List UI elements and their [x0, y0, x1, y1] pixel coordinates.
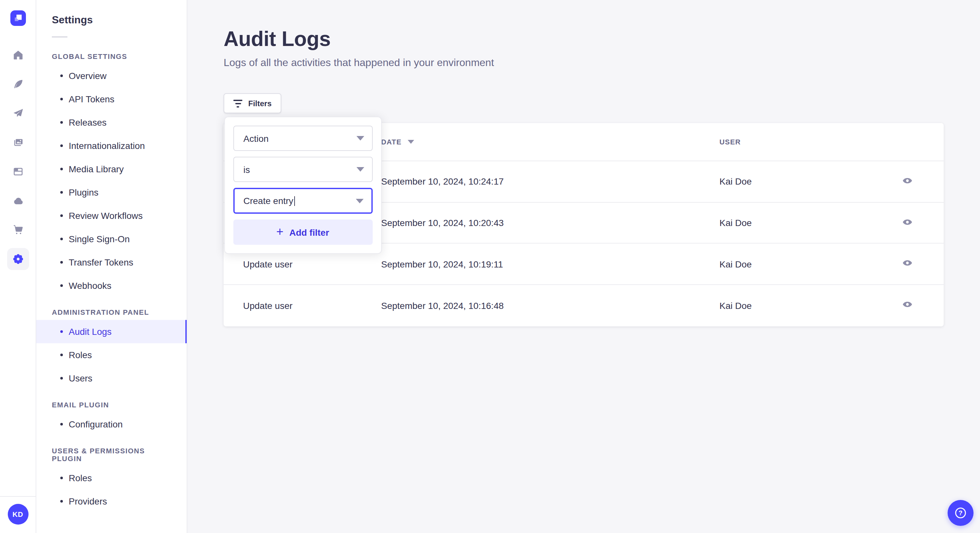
filter-icon: [233, 99, 242, 107]
filters-button[interactable]: Filters: [224, 93, 281, 113]
sidebar-item-internationalization[interactable]: Internationalization: [36, 134, 187, 157]
strapi-logo-icon: [10, 10, 25, 26]
filter-value-select[interactable]: Create entry: [233, 188, 372, 214]
sidebar-item-providers[interactable]: Providers: [36, 490, 187, 513]
filter-operator-value: is: [243, 164, 356, 174]
sidebar-item-label: API Tokens: [69, 94, 115, 104]
svg-text:?: ?: [959, 509, 963, 517]
add-filter-button[interactable]: + Add filter: [233, 219, 372, 245]
nav-section-label: EMAIL PLUGIN: [36, 401, 187, 409]
cell-date: September 10, 2024, 10:24:17: [381, 176, 719, 187]
sidebar-item-roles[interactable]: Roles: [36, 466, 187, 490]
sidebar-item-roles[interactable]: Roles: [36, 343, 187, 366]
filters-button-label: Filters: [248, 99, 272, 108]
bullet-icon: [60, 377, 63, 379]
nav-section: ADMINISTRATION PANELAudit LogsRolesUsers: [36, 308, 187, 390]
cell-details: [896, 257, 919, 271]
sidebar-item-label: Single Sign-On: [69, 234, 130, 244]
sidebar-item-label: Overview: [69, 71, 107, 81]
cart-icon[interactable]: [7, 219, 29, 241]
sidebar-item-label: Configuration: [69, 419, 123, 429]
layout-icon[interactable]: [7, 160, 29, 182]
bullet-icon: [60, 330, 63, 333]
strapi-admin: KD Settings GLOBAL SETTINGSOverviewAPI T…: [0, 0, 980, 533]
user-avatar[interactable]: KD: [8, 504, 28, 525]
sidebar-item-label: Audit Logs: [69, 327, 111, 337]
bullet-icon: [60, 261, 63, 263]
paper-plane-icon[interactable]: [7, 102, 29, 124]
sidebar-item-transfer-tokens[interactable]: Transfer Tokens: [36, 251, 187, 274]
help-button[interactable]: ?: [948, 500, 974, 526]
filter-popover: Action is Create entry + Add filter: [224, 117, 382, 254]
feather-icon[interactable]: [7, 73, 29, 95]
sidebar-item-media-library[interactable]: Media Library: [36, 157, 187, 181]
cell-user: Kai Doe: [719, 176, 896, 187]
page-subtitle: Logs of all the activities that happened…: [224, 57, 494, 69]
sidebar-item-api-tokens[interactable]: API Tokens: [36, 87, 187, 111]
sidebar-item-configuration[interactable]: Configuration: [36, 412, 187, 436]
question-mark-icon: ?: [953, 506, 968, 520]
bullet-icon: [60, 284, 63, 287]
main-nav-rail: KD: [0, 0, 36, 533]
bullet-icon: [60, 214, 63, 217]
filter-field-select[interactable]: Action: [233, 125, 372, 151]
media-library-icon[interactable]: [7, 132, 29, 154]
strapi-logo[interactable]: [10, 10, 25, 26]
cell-user: Kai Doe: [719, 259, 896, 269]
cell-user: Kai Doe: [719, 300, 896, 311]
sidebar-item-label: Internationalization: [69, 141, 145, 151]
page-header: Audit Logs Logs of all the activities th…: [224, 27, 494, 69]
sidebar-item-plugins[interactable]: Plugins: [36, 181, 187, 204]
cell-details: [896, 298, 919, 313]
home-icon[interactable]: [7, 44, 29, 66]
add-filter-label: Add filter: [290, 227, 329, 237]
settings-subnav: Settings GLOBAL SETTINGSOverviewAPI Toke…: [36, 0, 187, 533]
nav-section: GLOBAL SETTINGSOverviewAPI TokensRelease…: [36, 52, 187, 297]
sidebar-item-single-sign-on[interactable]: Single Sign-On: [36, 227, 187, 251]
nav-section-label: ADMINISTRATION PANEL: [36, 308, 187, 316]
eye-icon: [902, 258, 913, 270]
bullet-icon: [60, 500, 63, 503]
sidebar-item-label: Users: [69, 373, 92, 383]
subnav-header: Settings: [36, 0, 187, 38]
eye-icon: [902, 217, 913, 229]
nav-section-label: GLOBAL SETTINGS: [36, 52, 187, 60]
sidebar-item-label: Review Workflows: [69, 211, 143, 221]
sort-desc-icon: [407, 140, 414, 144]
view-details-button[interactable]: [901, 298, 914, 313]
sidebar-item-label: Transfer Tokens: [69, 257, 133, 268]
cell-action: Update user: [243, 300, 381, 311]
page-title: Audit Logs: [224, 27, 494, 51]
chevron-down-icon: [356, 167, 364, 171]
cloud-icon[interactable]: [7, 190, 29, 212]
filter-operator-select[interactable]: is: [233, 157, 372, 182]
bullet-icon: [60, 354, 63, 356]
bullet-icon: [60, 144, 63, 147]
view-details-button[interactable]: [901, 215, 914, 230]
subnav-title: Settings: [52, 14, 171, 26]
table-row: Update userSeptember 10, 2024, 10:16:48K…: [224, 285, 944, 326]
view-details-button[interactable]: [901, 257, 914, 271]
cell-action: Update user: [243, 259, 381, 269]
sidebar-item-releases[interactable]: Releases: [36, 111, 187, 134]
cell-details: [896, 215, 919, 230]
view-details-button[interactable]: [901, 174, 914, 189]
sidebar-item-audit-logs[interactable]: Audit Logs: [36, 320, 187, 343]
sidebar-item-users[interactable]: Users: [36, 366, 187, 390]
column-header-user[interactable]: USER: [719, 138, 896, 146]
column-header-date[interactable]: DATE: [381, 138, 719, 146]
cell-user: Kai Doe: [719, 217, 896, 228]
nav-section: USERS & PERMISSIONS PLUGINRolesProviders: [36, 447, 187, 513]
bullet-icon: [60, 98, 63, 100]
bullet-icon: [60, 75, 63, 77]
sidebar-item-label: Releases: [69, 117, 107, 128]
text-cursor: [294, 196, 294, 206]
settings-gear-icon[interactable]: [7, 248, 29, 270]
sidebar-item-review-workflows[interactable]: Review Workflows: [36, 204, 187, 227]
sidebar-item-overview[interactable]: Overview: [36, 64, 187, 87]
bullet-icon: [60, 238, 63, 240]
sidebar-item-webhooks[interactable]: Webhooks: [36, 274, 187, 297]
column-header-date-label: DATE: [381, 138, 401, 146]
bullet-icon: [60, 121, 63, 124]
bullet-icon: [60, 423, 63, 425]
